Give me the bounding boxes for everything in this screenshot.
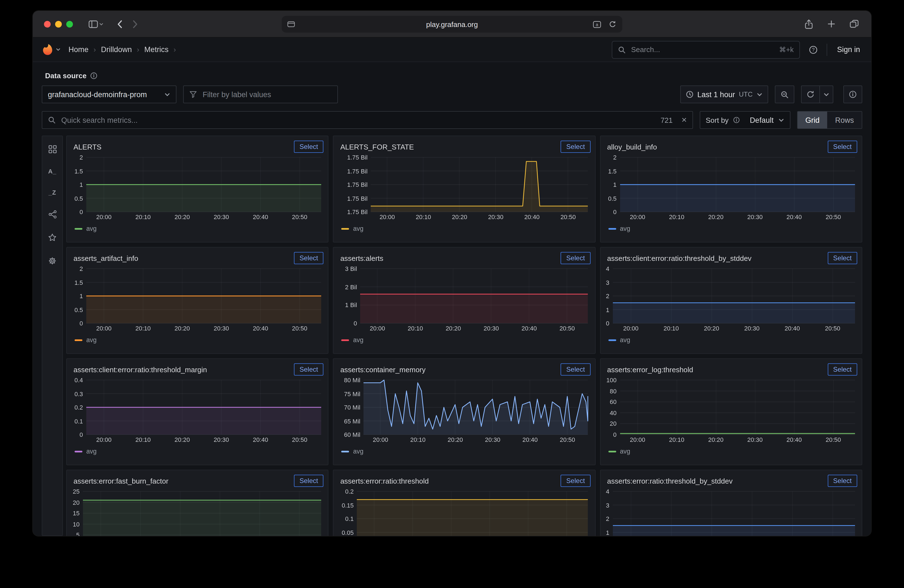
select-button[interactable]: Select [561,475,591,487]
select-button[interactable]: Select [294,252,324,264]
label-filter-box[interactable] [183,85,338,103]
datasource-picker[interactable]: grafanacloud-demoinfra-prom [42,85,177,103]
zoom-out-time-button[interactable] [775,85,794,103]
select-button[interactable]: Select [294,141,324,153]
y-axis-tick-label: 65 Mil [338,417,360,425]
settings-button[interactable] [47,255,58,266]
refresh-interval-button[interactable] [819,85,833,103]
panel-title: asserts:error:ratio:threshold_by_stddev [607,477,733,485]
legend-series-label[interactable]: avg [620,448,630,455]
legend-series-label[interactable]: avg [86,448,96,455]
global-search-input[interactable] [630,45,774,54]
x-axis-tick-label: 20:30 [214,325,229,332]
view-rows-option[interactable]: Rows [827,112,862,128]
refresh-button[interactable] [801,85,819,103]
url-text[interactable]: play.grafana.org [282,20,622,28]
metrics-grid: ALERTS Select 21.510.5020:0020:1020:2020… [66,136,862,536]
breadcrumb-drilldown[interactable]: Drilldown [101,45,132,54]
select-button[interactable]: Select [561,364,591,376]
select-button[interactable]: Select [827,364,857,376]
metric-search-box[interactable]: 721 × [42,111,693,129]
share-button[interactable] [803,18,814,30]
metric-panel: asserts:client:error:ratio:threshold_mar… [66,358,329,465]
legend-series-label[interactable]: avg [353,448,363,455]
panel-header: asserts:error:ratio:threshold Select [338,474,591,488]
related-metrics-button[interactable] [47,209,58,220]
global-search-box[interactable]: ⌘+k [612,41,800,58]
org-switcher-button[interactable] [42,44,61,55]
legend-series-label[interactable]: avg [620,225,630,232]
metric-panel: asserts:container_memory Select 80 Mil75… [333,358,596,465]
y-axis-tick-label: 3 [605,278,609,286]
metric-chart[interactable]: 3 Bil2 Bil1 Bil020:0020:1020:2020:3020:4… [338,266,591,333]
forward-arrow-icon [133,19,138,28]
x-axis-tick-label: 20:10 [664,325,679,332]
chevron-down-icon [778,117,784,123]
x-axis-tick-label: 20:00 [630,436,645,444]
sort-by-picker[interactable]: Sort by Default [700,111,790,129]
metric-search-input[interactable] [60,115,656,125]
browser-forward-button[interactable] [131,18,139,30]
legend-series-label[interactable]: avg [620,337,630,343]
browser-back-button[interactable] [116,18,123,30]
bookmarks-button[interactable] [47,232,58,243]
metric-chart[interactable]: 80 Mil75 Mil70 Mil65 Mil60 Mil20:0020:10… [338,378,591,445]
breadcrumb-metrics[interactable]: Metrics [144,45,168,54]
time-range-picker[interactable]: Last 1 hour UTC [680,85,768,103]
back-arrow-icon [117,19,122,28]
panel-title: asserts:error:fast_burn_factor [73,477,168,485]
x-axis-tick-label: 20:20 [446,325,461,332]
address-bar[interactable]: play.grafana.org a [282,16,622,33]
y-axis-tick-label: 100 [605,376,616,384]
select-button[interactable]: Select [827,252,857,264]
metric-chart[interactable]: 4321020:0020:1020:2020:3020:4020:50 [605,266,857,333]
x-axis-tick-label: 20:30 [485,436,501,444]
plus-icon [827,20,836,28]
sign-in-button[interactable]: Sign in [835,45,862,54]
legend-series-label[interactable]: avg [86,225,96,232]
select-button[interactable]: Select [827,475,857,487]
close-window-button[interactable] [44,21,51,27]
label-filter-input[interactable] [202,90,332,99]
sidebar-toggle-button[interactable] [87,19,105,29]
select-button[interactable]: Select [294,475,324,487]
legend-series-label[interactable]: avg [353,337,363,343]
metric-chart[interactable]: 4321020:0020:1020:2020:3020:4020:50 [605,489,857,536]
minimize-window-button[interactable] [55,21,62,27]
translate-button[interactable]: a [592,19,602,29]
page-info-button[interactable] [843,85,862,103]
y-axis-tick-label: 1.75 Bil [338,167,368,175]
select-button[interactable]: Select [561,252,591,264]
metric-chart[interactable]: 252015105020:0020:1020:2020:3020:4020:50 [71,489,324,536]
select-button[interactable]: Select [294,364,324,376]
x-axis-tick-label: 20:00 [379,213,395,221]
select-button[interactable]: Select [561,141,591,153]
y-axis-tick-label: 20 [71,498,80,506]
legend-series-label[interactable]: avg [353,225,363,232]
select-button[interactable]: Select [827,141,857,153]
metric-chart[interactable]: 21.510.5020:0020:1020:2020:3020:4020:50 [71,155,324,222]
reload-button[interactable] [608,19,617,29]
tab-overview-button[interactable] [848,19,860,29]
grafana-logo-icon [42,44,54,55]
clear-search-button[interactable]: × [681,115,688,125]
metric-chart[interactable]: 1.75 Bil1.75 Bil1.75 Bil1.75 Bil1.75 Bil… [338,155,591,222]
metric-chart[interactable]: 21.510.5020:0020:1020:2020:3020:4020:50 [605,155,857,222]
x-axis-tick-label: 20:20 [447,436,463,444]
metric-chart[interactable]: 0.20.150.10.05020:0020:1020:2020:3020:40… [338,489,591,536]
zoom-window-button[interactable] [66,21,73,27]
metric-chart[interactable]: 10080604020020:0020:1020:2020:3020:4020:… [605,378,857,445]
prefix-filter-button[interactable]: A_ [47,167,58,175]
help-button[interactable]: ? [808,44,819,55]
overview-grid-button[interactable] [47,144,58,155]
breadcrumb-home[interactable]: Home [68,45,89,54]
view-grid-option[interactable]: Grid [797,112,827,128]
legend-series-label[interactable]: avg [86,337,96,343]
star-icon [48,233,57,242]
metric-chart[interactable]: 21.510.5020:0020:1020:2020:3020:4020:50 [71,266,324,333]
metric-chart[interactable]: 0.40.30.20.1020:0020:1020:2020:3020:4020… [71,378,324,445]
x-axis-tick-label: 20:50 [559,325,575,332]
new-tab-button[interactable] [826,19,837,29]
metric-panel: alloy_build_info Select 21.510.5020:0020… [600,136,862,242]
suffix-filter-button[interactable]: _Z [47,188,57,197]
